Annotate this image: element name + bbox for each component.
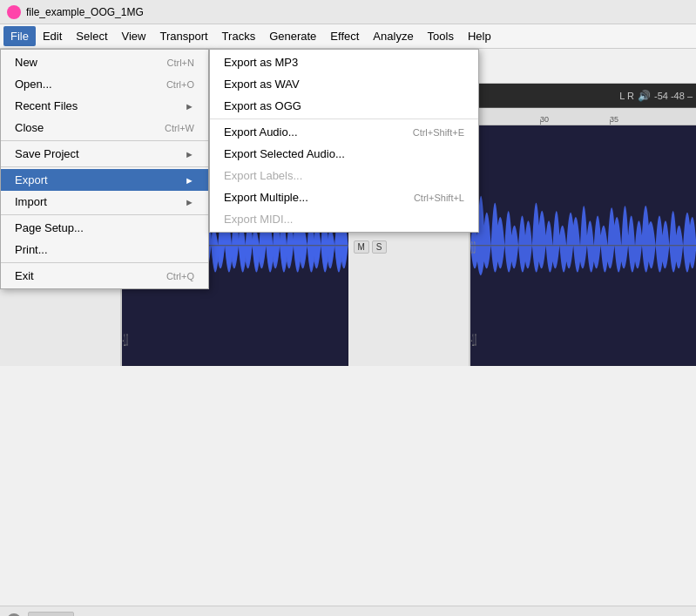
output-controls: L R 🔊 -54 -48 – [619,90,693,102]
export-wav[interactable]: Export as WAV [210,73,478,95]
record-indicator[interactable] [7,613,21,617]
ruler-tick-35: 35 [610,108,618,125]
menu-tracks[interactable]: Tracks [215,26,263,46]
file-recent[interactable]: Recent Files ► [1,95,208,117]
svg-text:0.0: 0.0 [470,238,475,257]
export-submenu-dropdown: Export as MP3 Export as WAV Export as OG… [209,49,479,233]
menu-generate[interactable]: Generate [262,26,323,46]
export-multiple[interactable]: Export Multiple... Ctrl+Shift+L [210,186,478,208]
file-open[interactable]: Open... Ctrl+O [1,73,208,95]
file-close[interactable]: Close Ctrl+W [1,117,208,139]
track-2-waveform[interactable]: 1.0 0.0 -1.0 [470,125,697,366]
db-indicator: -54 -48 – [654,91,693,101]
app-icon [7,5,21,19]
menu-transport[interactable]: Transport [152,26,214,46]
export-audio[interactable]: Export Audio... Ctrl+Shift+E [210,121,478,143]
menu-view[interactable]: View [115,26,153,46]
ruler-tick-30: 30 [540,108,549,125]
title-bar: file_example_OOG_1MG [0,0,696,24]
menu-analyze[interactable]: Analyze [366,26,420,46]
file-export[interactable]: Export ► [1,169,208,191]
file-page-setup[interactable]: Page Setup... [1,217,208,239]
export-selected-audio[interactable]: Export Selected Audio... [210,143,478,165]
menu-tools[interactable]: Tools [421,26,461,46]
track-2-svg: 1.0 0.0 -1.0 [470,125,697,366]
volume-icon: 🔊 [638,90,651,102]
export-sep-1 [210,118,478,119]
select-status-btn[interactable]: Select [28,612,74,617]
app-title: file_example_OOG_1MG [26,6,144,18]
menu-sep-4 [1,262,208,263]
file-menu-dropdown: New Ctrl+N Open... Ctrl+O Recent Files ►… [0,49,209,289]
file-print[interactable]: Print... [1,239,208,261]
menu-bar: File Edit Select View Transport Tracks G… [0,24,696,49]
track-2-mute-btn[interactable]: M [354,240,369,254]
lr-indicator: L R [619,91,634,101]
svg-text:-1.0: -1.0 [470,329,476,349]
menu-file[interactable]: File [3,26,36,46]
track-2-solo-btn[interactable]: S [372,240,387,254]
menu-select[interactable]: Select [69,26,114,46]
menu-effect[interactable]: Effect [323,26,366,46]
status-bar: Select [0,606,696,616]
file-import[interactable]: Import ► [1,191,208,213]
export-mp3[interactable]: Export as MP3 [210,51,478,73]
svg-text:-1.0: -1.0 [123,329,128,349]
menu-edit[interactable]: Edit [36,26,69,46]
export-ogg[interactable]: Export as OGG [210,95,478,117]
file-exit[interactable]: Exit Ctrl+Q [1,265,208,287]
menu-sep-1 [1,140,208,141]
menu-sep-2 [1,166,208,167]
file-save-project[interactable]: Save Project ► [1,143,208,165]
menu-help[interactable]: Help [461,26,498,46]
menu-sep-3 [1,214,208,215]
export-midi: Export MIDI... [210,208,478,230]
file-new[interactable]: New Ctrl+N [1,51,208,73]
export-labels: Export Labels... [210,165,478,186]
